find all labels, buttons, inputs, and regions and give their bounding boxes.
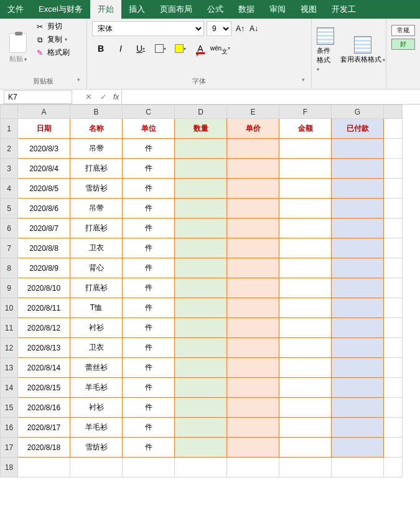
- cell[interactable]: 吊带: [70, 199, 123, 218]
- cell[interactable]: [279, 238, 332, 258]
- cell[interactable]: [279, 438, 332, 458]
- cell[interactable]: 卫衣: [70, 238, 123, 258]
- cut-button[interactable]: ✂剪切: [35, 21, 70, 32]
- cell[interactable]: [279, 298, 332, 318]
- cell[interactable]: 日期: [18, 119, 70, 139]
- cell[interactable]: [279, 179, 332, 199]
- cell[interactable]: [332, 398, 384, 418]
- cell[interactable]: [384, 218, 403, 238]
- cell[interactable]: 件: [123, 258, 175, 278]
- cell[interactable]: [384, 378, 403, 398]
- cell[interactable]: 2020/8/9: [18, 258, 70, 278]
- cell[interactable]: [175, 358, 227, 378]
- cell[interactable]: [123, 458, 175, 477]
- row-header[interactable]: 12: [1, 338, 18, 358]
- cell[interactable]: [332, 318, 384, 338]
- ribbon-tab-4[interactable]: 页面布局: [152, 0, 200, 19]
- col-header-h[interactable]: [384, 105, 403, 119]
- cell[interactable]: [227, 159, 279, 179]
- row-header[interactable]: 2: [1, 139, 18, 159]
- cell[interactable]: 卫衣: [70, 338, 123, 358]
- cell[interactable]: [332, 338, 384, 358]
- cell[interactable]: 件: [123, 278, 175, 298]
- name-box[interactable]: [4, 90, 72, 104]
- cell[interactable]: [384, 179, 403, 199]
- row-header[interactable]: 17: [1, 438, 18, 458]
- cell[interactable]: [279, 458, 332, 477]
- cell[interactable]: [332, 258, 384, 278]
- cell[interactable]: [384, 199, 403, 218]
- cell[interactable]: 2020/8/11: [18, 298, 70, 318]
- cell[interactable]: [332, 298, 384, 318]
- font-color-button[interactable]: A: [192, 41, 209, 56]
- cell[interactable]: [227, 418, 279, 438]
- cell[interactable]: [384, 338, 403, 358]
- cell[interactable]: [227, 398, 279, 418]
- cell[interactable]: [384, 278, 403, 298]
- conditional-format-button[interactable]: 条件格式: [317, 27, 334, 72]
- cell[interactable]: 单位: [123, 119, 175, 139]
- cell[interactable]: 2020/8/4: [18, 159, 70, 179]
- cell[interactable]: [227, 258, 279, 278]
- row-header[interactable]: 16: [1, 418, 18, 438]
- cell[interactable]: [384, 438, 403, 458]
- cell[interactable]: [279, 139, 332, 159]
- table-format-button[interactable]: 套用表格格式: [340, 36, 385, 64]
- cell[interactable]: [227, 298, 279, 318]
- cell[interactable]: [175, 378, 227, 398]
- cell[interactable]: 羊毛衫: [70, 378, 123, 398]
- col-header-d[interactable]: D: [175, 105, 227, 119]
- cell[interactable]: 件: [123, 238, 175, 258]
- format-painter-button[interactable]: ✎格式刷: [35, 47, 70, 58]
- cell[interactable]: [227, 338, 279, 358]
- cell[interactable]: [227, 238, 279, 258]
- col-header-b[interactable]: B: [70, 105, 123, 119]
- row-header[interactable]: 4: [1, 179, 18, 199]
- cell[interactable]: [279, 218, 332, 238]
- cell[interactable]: [175, 278, 227, 298]
- cell[interactable]: 件: [123, 338, 175, 358]
- cell[interactable]: 2020/8/13: [18, 338, 70, 358]
- ribbon-tab-9[interactable]: 开发工: [324, 0, 363, 19]
- fx-label[interactable]: fx: [111, 93, 121, 101]
- cell[interactable]: [175, 159, 227, 179]
- cell[interactable]: 雪纺衫: [70, 438, 123, 458]
- cell[interactable]: [175, 258, 227, 278]
- cell[interactable]: 件: [123, 298, 175, 318]
- cell[interactable]: [332, 278, 384, 298]
- cell[interactable]: [332, 458, 384, 477]
- row-header[interactable]: 10: [1, 298, 18, 318]
- cell[interactable]: [384, 298, 403, 318]
- cell[interactable]: 件: [123, 358, 175, 378]
- cell[interactable]: [384, 358, 403, 378]
- cell[interactable]: [279, 378, 332, 398]
- cell[interactable]: 件: [123, 159, 175, 179]
- cell[interactable]: [332, 199, 384, 218]
- cell[interactable]: [384, 418, 403, 438]
- cell[interactable]: 单价: [227, 119, 279, 139]
- cell[interactable]: [175, 318, 227, 338]
- row-header[interactable]: 9: [1, 278, 18, 298]
- ribbon-tab-0[interactable]: 文件: [0, 0, 31, 19]
- cell[interactable]: 打底衫: [70, 159, 123, 179]
- cell[interactable]: [384, 398, 403, 418]
- cell[interactable]: [384, 458, 403, 477]
- cell[interactable]: [332, 438, 384, 458]
- cell[interactable]: [384, 318, 403, 338]
- cell[interactable]: 2020/8/18: [18, 438, 70, 458]
- ribbon-tab-2[interactable]: 开始: [90, 0, 121, 19]
- formula-input[interactable]: [121, 90, 420, 104]
- cell[interactable]: [384, 119, 403, 139]
- copy-button[interactable]: ⧉复制: [35, 34, 70, 45]
- cell[interactable]: 2020/8/16: [18, 398, 70, 418]
- cell[interactable]: 数量: [175, 119, 227, 139]
- cell[interactable]: [175, 398, 227, 418]
- ribbon-tab-8[interactable]: 视图: [293, 0, 324, 19]
- col-header-e[interactable]: E: [227, 105, 279, 119]
- border-button[interactable]: [152, 41, 169, 56]
- cell[interactable]: [175, 199, 227, 218]
- cell[interactable]: [279, 418, 332, 438]
- cell[interactable]: [279, 159, 332, 179]
- cell[interactable]: [332, 159, 384, 179]
- ribbon-tab-1[interactable]: Excel与财务: [31, 0, 90, 19]
